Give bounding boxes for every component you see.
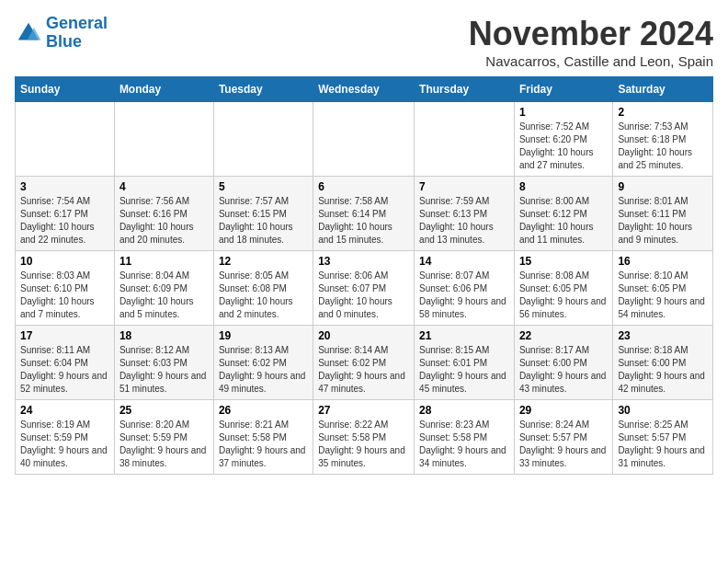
day-info: Sunrise: 8:18 AMSunset: 6:00 PMDaylight:… xyxy=(618,344,708,396)
weekday-header-sunday: Sunday xyxy=(16,77,115,102)
day-info: Sunrise: 8:01 AMSunset: 6:11 PMDaylight:… xyxy=(618,195,708,247)
day-info: Sunrise: 8:04 AMSunset: 6:09 PMDaylight:… xyxy=(119,270,209,321)
week-row-2: 3Sunrise: 7:54 AMSunset: 6:17 PMDaylight… xyxy=(16,177,713,251)
day-info: Sunrise: 8:10 AMSunset: 6:05 PMDaylight:… xyxy=(618,270,708,321)
day-cell: 15Sunrise: 8:08 AMSunset: 6:05 PMDayligh… xyxy=(514,251,612,326)
week-row-3: 10Sunrise: 8:03 AMSunset: 6:10 PMDayligh… xyxy=(16,251,713,326)
day-info: Sunrise: 8:22 AMSunset: 5:58 PMDaylight:… xyxy=(318,419,409,470)
day-number: 22 xyxy=(519,329,608,342)
day-cell xyxy=(213,102,313,177)
day-number: 20 xyxy=(318,329,409,342)
day-info: Sunrise: 8:05 AMSunset: 6:08 PMDaylight:… xyxy=(219,270,308,321)
day-number: 13 xyxy=(318,255,409,268)
day-cell: 16Sunrise: 8:10 AMSunset: 6:05 PMDayligh… xyxy=(613,251,713,326)
day-number: 28 xyxy=(419,404,509,417)
day-cell xyxy=(313,102,415,177)
day-info: Sunrise: 8:17 AMSunset: 6:00 PMDaylight:… xyxy=(519,344,608,396)
weekday-header-monday: Monday xyxy=(114,77,213,102)
weekday-header-tuesday: Tuesday xyxy=(213,77,313,102)
day-number: 7 xyxy=(419,180,509,193)
day-info: Sunrise: 7:53 AMSunset: 6:18 PMDaylight:… xyxy=(618,121,708,172)
day-number: 15 xyxy=(519,255,608,268)
day-cell: 25Sunrise: 8:20 AMSunset: 5:59 PMDayligh… xyxy=(114,400,213,475)
day-info: Sunrise: 8:21 AMSunset: 5:58 PMDaylight:… xyxy=(219,419,308,470)
day-cell: 8Sunrise: 8:00 AMSunset: 6:12 PMDaylight… xyxy=(514,177,612,251)
day-info: Sunrise: 8:14 AMSunset: 6:02 PMDaylight:… xyxy=(318,344,409,396)
day-number: 5 xyxy=(219,180,308,193)
logo-line2: Blue xyxy=(46,32,82,51)
day-cell: 12Sunrise: 8:05 AMSunset: 6:08 PMDayligh… xyxy=(213,251,313,326)
logo-text: General Blue xyxy=(46,15,108,52)
title-block: November 2024 Navacarros, Castille and L… xyxy=(469,15,713,69)
logo: General Blue xyxy=(15,15,108,52)
day-cell: 21Sunrise: 8:15 AMSunset: 6:01 PMDayligh… xyxy=(415,326,515,400)
day-info: Sunrise: 8:13 AMSunset: 6:02 PMDaylight:… xyxy=(219,344,308,396)
day-info: Sunrise: 7:57 AMSunset: 6:15 PMDaylight:… xyxy=(219,195,308,247)
day-info: Sunrise: 8:06 AMSunset: 6:07 PMDaylight:… xyxy=(318,270,409,321)
day-cell xyxy=(114,102,213,177)
day-info: Sunrise: 7:52 AMSunset: 6:20 PMDaylight:… xyxy=(519,121,608,172)
day-number: 8 xyxy=(519,180,608,193)
day-number: 2 xyxy=(618,106,708,119)
day-info: Sunrise: 8:03 AMSunset: 6:10 PMDaylight:… xyxy=(20,270,109,321)
week-row-4: 17Sunrise: 8:11 AMSunset: 6:04 PMDayligh… xyxy=(16,326,713,400)
day-cell: 19Sunrise: 8:13 AMSunset: 6:02 PMDayligh… xyxy=(213,326,313,400)
day-cell: 9Sunrise: 8:01 AMSunset: 6:11 PMDaylight… xyxy=(613,177,713,251)
day-number: 4 xyxy=(119,180,209,193)
day-number: 14 xyxy=(419,255,509,268)
day-cell: 24Sunrise: 8:19 AMSunset: 5:59 PMDayligh… xyxy=(16,400,115,475)
day-info: Sunrise: 8:08 AMSunset: 6:05 PMDaylight:… xyxy=(519,270,608,321)
day-number: 25 xyxy=(119,404,209,417)
day-cell xyxy=(415,102,515,177)
day-cell xyxy=(16,102,115,177)
week-row-5: 24Sunrise: 8:19 AMSunset: 5:59 PMDayligh… xyxy=(16,400,713,475)
day-number: 17 xyxy=(20,329,109,342)
day-info: Sunrise: 8:00 AMSunset: 6:12 PMDaylight:… xyxy=(519,195,608,247)
day-cell: 14Sunrise: 8:07 AMSunset: 6:06 PMDayligh… xyxy=(415,251,515,326)
day-number: 18 xyxy=(119,329,209,342)
weekday-header-thursday: Thursday xyxy=(415,77,515,102)
weekday-header-row: SundayMondayTuesdayWednesdayThursdayFrid… xyxy=(16,77,713,102)
day-cell: 10Sunrise: 8:03 AMSunset: 6:10 PMDayligh… xyxy=(16,251,115,326)
day-number: 26 xyxy=(219,404,308,417)
day-number: 3 xyxy=(20,180,109,193)
day-cell: 18Sunrise: 8:12 AMSunset: 6:03 PMDayligh… xyxy=(114,326,213,400)
day-number: 23 xyxy=(618,329,708,342)
day-cell: 20Sunrise: 8:14 AMSunset: 6:02 PMDayligh… xyxy=(313,326,415,400)
day-cell: 4Sunrise: 7:56 AMSunset: 6:16 PMDaylight… xyxy=(114,177,213,251)
day-info: Sunrise: 8:20 AMSunset: 5:59 PMDaylight:… xyxy=(119,419,209,470)
logo-icon xyxy=(15,19,42,47)
day-cell: 30Sunrise: 8:25 AMSunset: 5:57 PMDayligh… xyxy=(613,400,713,475)
day-info: Sunrise: 8:12 AMSunset: 6:03 PMDaylight:… xyxy=(119,344,209,396)
day-cell: 28Sunrise: 8:23 AMSunset: 5:58 PMDayligh… xyxy=(415,400,515,475)
day-cell: 6Sunrise: 7:58 AMSunset: 6:14 PMDaylight… xyxy=(313,177,415,251)
day-cell: 5Sunrise: 7:57 AMSunset: 6:15 PMDaylight… xyxy=(213,177,313,251)
day-cell: 17Sunrise: 8:11 AMSunset: 6:04 PMDayligh… xyxy=(16,326,115,400)
day-cell: 7Sunrise: 7:59 AMSunset: 6:13 PMDaylight… xyxy=(415,177,515,251)
day-number: 6 xyxy=(318,180,409,193)
day-number: 16 xyxy=(618,255,708,268)
day-cell: 22Sunrise: 8:17 AMSunset: 6:00 PMDayligh… xyxy=(514,326,612,400)
week-row-1: 1Sunrise: 7:52 AMSunset: 6:20 PMDaylight… xyxy=(16,102,713,177)
logo-line1: General xyxy=(46,14,108,32)
weekday-header-wednesday: Wednesday xyxy=(313,77,415,102)
day-cell: 2Sunrise: 7:53 AMSunset: 6:18 PMDaylight… xyxy=(613,102,713,177)
day-cell: 1Sunrise: 7:52 AMSunset: 6:20 PMDaylight… xyxy=(514,102,612,177)
weekday-header-friday: Friday xyxy=(514,77,612,102)
day-cell: 3Sunrise: 7:54 AMSunset: 6:17 PMDaylight… xyxy=(16,177,115,251)
day-info: Sunrise: 7:54 AMSunset: 6:17 PMDaylight:… xyxy=(20,195,109,247)
day-number: 12 xyxy=(219,255,308,268)
day-number: 21 xyxy=(419,329,509,342)
day-cell: 23Sunrise: 8:18 AMSunset: 6:00 PMDayligh… xyxy=(613,326,713,400)
day-cell: 29Sunrise: 8:24 AMSunset: 5:57 PMDayligh… xyxy=(514,400,612,475)
calendar-table: SundayMondayTuesdayWednesdayThursdayFrid… xyxy=(15,76,713,475)
header: General Blue November 2024 Navacarros, C… xyxy=(15,15,713,69)
day-cell: 27Sunrise: 8:22 AMSunset: 5:58 PMDayligh… xyxy=(313,400,415,475)
day-info: Sunrise: 8:23 AMSunset: 5:58 PMDaylight:… xyxy=(419,419,509,470)
day-info: Sunrise: 7:59 AMSunset: 6:13 PMDaylight:… xyxy=(419,195,509,247)
day-number: 10 xyxy=(20,255,109,268)
day-number: 24 xyxy=(20,404,109,417)
day-info: Sunrise: 8:15 AMSunset: 6:01 PMDaylight:… xyxy=(419,344,509,396)
location-title: Navacarros, Castille and Leon, Spain xyxy=(469,53,713,69)
day-number: 1 xyxy=(519,106,608,119)
